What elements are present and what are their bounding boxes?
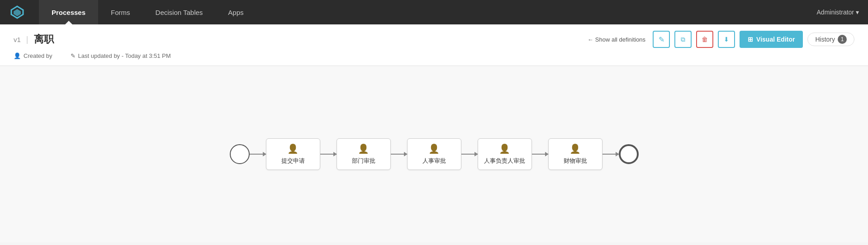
user-menu[interactable]: Administrator ▾ bbox=[817, 9, 859, 16]
top-navigation: Processes Forms Decision Tables Apps Adm… bbox=[0, 0, 868, 24]
nav-tab-apps[interactable]: Apps bbox=[215, 0, 256, 24]
flow-arrow-0 bbox=[250, 154, 266, 155]
person-icon: 👤 bbox=[14, 52, 21, 59]
flow-diagram: 👤 提交申请 👤 部门审批 👤 人事审批 👤 人事负责人审批 👤 bbox=[230, 138, 639, 170]
title-divider: | bbox=[26, 35, 28, 44]
edit-button[interactable]: ✎ bbox=[653, 31, 670, 48]
flow-arrow-1 bbox=[320, 154, 337, 155]
chevron-down-icon: ▾ bbox=[856, 9, 859, 16]
show-definitions-link[interactable]: ← Show all definitions bbox=[588, 36, 645, 43]
user-name: Administrator bbox=[817, 9, 854, 16]
flow-node-2-label: 部门审批 bbox=[352, 157, 375, 165]
flow-node-2: 👤 部门审批 bbox=[337, 138, 391, 170]
nav-tab-processes[interactable]: Processes bbox=[39, 0, 98, 24]
header-meta-wrapper: 👤 Created by ✎ Last updated by - Today a… bbox=[14, 51, 854, 66]
person-icon-node5: 👤 bbox=[569, 143, 581, 154]
visual-editor-button[interactable]: ⊞ Visual Editor bbox=[740, 31, 803, 48]
flow-node-1: 👤 提交申请 bbox=[266, 138, 320, 170]
history-badge[interactable]: History 1 bbox=[807, 33, 854, 46]
pencil-icon: ✎ bbox=[71, 52, 76, 59]
flow-node-3-label: 人事审批 bbox=[422, 157, 446, 165]
flow-node-5: 👤 财物审批 bbox=[548, 138, 602, 170]
flow-node-1-label: 提交申请 bbox=[281, 157, 305, 165]
arrow-left-icon: ← bbox=[588, 36, 593, 43]
person-icon-node2: 👤 bbox=[358, 143, 369, 154]
version-badge: v1 bbox=[14, 36, 21, 43]
flow-arrow-2 bbox=[391, 154, 407, 155]
header-area: v1 | 离职 ← Show all definitions ✎ ⧉ 🗑 bbox=[0, 24, 868, 66]
copy-button[interactable]: ⧉ bbox=[674, 31, 692, 48]
flow-node-4: 👤 人事负责人审批 bbox=[478, 138, 532, 170]
flow-arrow-3 bbox=[461, 154, 478, 155]
history-count: 1 bbox=[838, 35, 847, 44]
flow-node-5-label: 财物审批 bbox=[564, 157, 587, 165]
nav-tabs: Processes Forms Decision Tables Apps bbox=[39, 0, 817, 24]
process-title: 离职 bbox=[34, 33, 54, 46]
trash-icon: 🗑 bbox=[702, 36, 708, 43]
header-top-row: v1 | 离职 ← Show all definitions ✎ ⧉ 🗑 bbox=[14, 24, 854, 51]
person-icon-node4: 👤 bbox=[499, 143, 510, 154]
delete-button[interactable]: 🗑 bbox=[696, 31, 713, 48]
person-icon-node1: 👤 bbox=[287, 143, 299, 154]
download-icon: ⬇ bbox=[724, 36, 729, 43]
header-meta-row: 👤 Created by ✎ Last updated by - Today a… bbox=[14, 51, 854, 66]
app-logo[interactable] bbox=[9, 4, 25, 20]
nav-tab-forms[interactable]: Forms bbox=[98, 0, 143, 24]
flow-end-node bbox=[619, 144, 639, 164]
main-canvas: 👤 提交申请 👤 部门审批 👤 人事审批 👤 人事负责人审批 👤 bbox=[0, 66, 868, 242]
nav-tab-decision-tables[interactable]: Decision Tables bbox=[143, 0, 216, 24]
visual-editor-icon: ⊞ bbox=[748, 36, 753, 43]
created-by-item: 👤 Created by bbox=[14, 52, 52, 59]
copy-icon: ⧉ bbox=[681, 36, 685, 43]
person-icon-node3: 👤 bbox=[428, 143, 440, 154]
download-button[interactable]: ⬇ bbox=[718, 31, 735, 48]
updated-by-item: ✎ Last updated by - Today at 3:51 PM bbox=[71, 52, 171, 59]
edit-icon: ✎ bbox=[659, 35, 664, 44]
header-actions: ← Show all definitions ✎ ⧉ 🗑 ⬇ ⊞ bbox=[588, 31, 854, 48]
flow-arrow-5 bbox=[602, 154, 619, 155]
flow-start-node bbox=[230, 144, 250, 164]
flow-node-3: 👤 人事审批 bbox=[407, 138, 461, 170]
flow-arrow-4 bbox=[532, 154, 548, 155]
flow-node-4-label: 人事负责人审批 bbox=[484, 157, 525, 165]
